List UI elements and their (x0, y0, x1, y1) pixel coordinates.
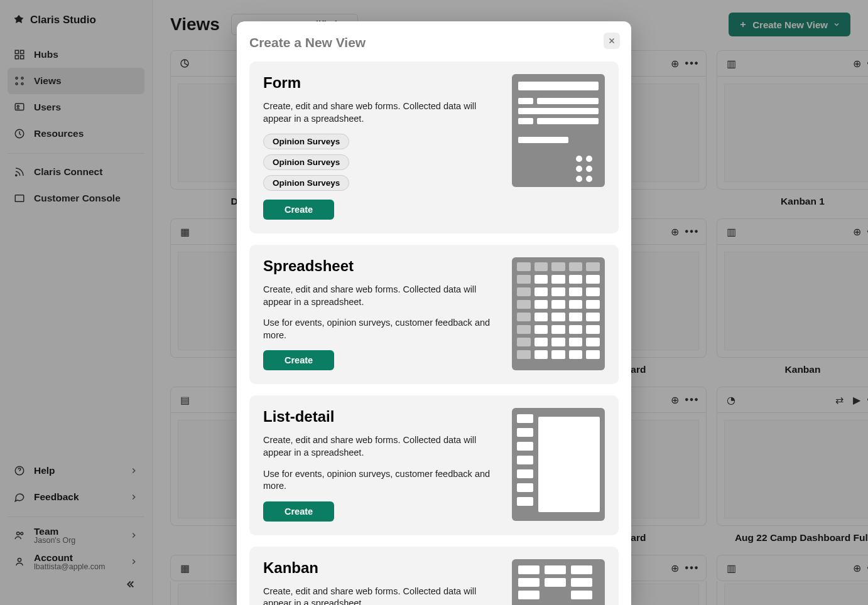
view-option-form: Form Create, edit and share web forms. C… (249, 62, 619, 233)
create-form-button[interactable]: Create (263, 200, 334, 220)
option-desc: Create, edit and share web forms. Collec… (263, 586, 494, 605)
option-heading: List-detail (263, 408, 494, 426)
option-heading: Kanban (263, 559, 494, 577)
chip[interactable]: Opinion Surveys (263, 175, 349, 191)
option-chips: Opinion Surveys Opinion Surveys Opinion … (263, 134, 494, 191)
option-heading: Form (263, 74, 494, 92)
spreadsheet-illustration (512, 257, 605, 370)
create-spreadsheet-button[interactable]: Create (263, 350, 334, 370)
create-view-modal: Create a New View Form Create, edit and … (237, 21, 631, 605)
form-illustration (512, 74, 605, 187)
view-option-list-detail: List-detail Create, edit and share web f… (249, 395, 619, 535)
option-desc: Create, edit and share web forms. Collec… (263, 284, 494, 308)
option-desc2: Use for events, opinion surveys, custome… (263, 317, 494, 341)
kanban-illustration (512, 559, 605, 605)
view-option-kanban: Kanban Create, edit and share web forms.… (249, 547, 619, 605)
option-desc: Create, edit and share web forms. Collec… (263, 434, 494, 459)
modal-title: Create a New View (249, 35, 619, 50)
create-list-detail-button[interactable]: Create (263, 501, 334, 522)
close-icon (607, 36, 616, 45)
list-detail-illustration (512, 408, 605, 521)
option-heading: Spreadsheet (263, 257, 494, 275)
option-desc: Create, edit and share web forms. Collec… (263, 100, 494, 125)
option-desc2: Use for events, opinion surveys, custome… (263, 468, 494, 493)
view-option-spreadsheet: Spreadsheet Create, edit and share web f… (249, 245, 619, 384)
chip[interactable]: Opinion Surveys (263, 134, 349, 149)
chip[interactable]: Opinion Surveys (263, 154, 349, 170)
close-button[interactable] (604, 33, 620, 49)
